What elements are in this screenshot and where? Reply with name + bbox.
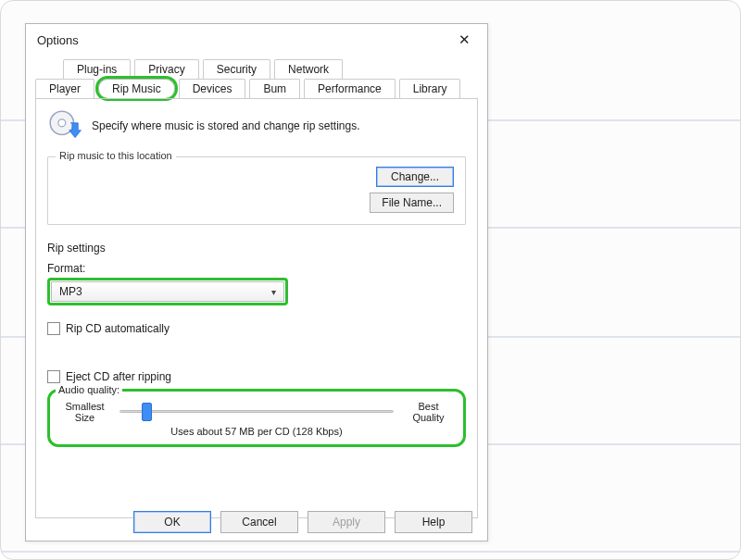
tab-network[interactable]: Network (274, 59, 343, 79)
eject-row: Eject CD after ripping (47, 370, 466, 383)
tabstrip-row1: Plug-ins Privacy Security Network (35, 59, 478, 79)
slider-thumb[interactable] (142, 403, 152, 421)
format-select[interactable]: MP3 ▾ (51, 281, 284, 302)
tab-player[interactable]: Player (35, 79, 94, 98)
rip-settings-section: Rip settings Format: MP3 ▾ Rip CD automa… (47, 242, 466, 447)
tabs-area: Plug-ins Privacy Security Network Player… (26, 56, 487, 98)
page-root: Options ✕ Plug-ins Privacy Security Netw… (0, 0, 741, 560)
close-button[interactable]: ✕ (452, 28, 476, 52)
tab-performance[interactable]: Performance (304, 79, 396, 98)
eject-checkbox[interactable] (47, 370, 60, 383)
format-label: Format: (47, 262, 466, 275)
window-title: Options (37, 33, 79, 47)
titlebar: Options ✕ (26, 24, 487, 56)
slider-track (119, 410, 394, 413)
rip-location-buttons: Change... File Name... (59, 167, 454, 213)
apply-button[interactable]: Apply (308, 511, 385, 533)
rip-settings-legend: Rip settings (47, 242, 106, 255)
rip-location-legend: Rip music to this location (56, 150, 176, 161)
eject-label: Eject CD after ripping (66, 370, 171, 383)
dialog-button-bar: OK Cancel Apply Help (133, 511, 472, 533)
cd-rip-icon (47, 108, 82, 143)
tab-rip-music[interactable]: Rip Music (98, 79, 175, 98)
audio-quality-highlight: Audio quality: SmallestSize BestQuality (47, 389, 466, 447)
help-button[interactable]: Help (395, 511, 472, 533)
rip-auto-checkbox[interactable] (47, 322, 60, 335)
tab-burn[interactable]: Bum (249, 79, 300, 98)
rip-auto-label: Rip CD automatically (66, 322, 170, 335)
ok-button[interactable]: OK (133, 511, 211, 533)
best-quality-label: BestQuality (403, 401, 454, 423)
format-value: MP3 (59, 285, 82, 298)
chevron-down-icon: ▾ (271, 287, 276, 297)
tabstrip-row2: Player Rip Music Devices Bum Performance… (35, 79, 478, 98)
svg-point-1 (58, 119, 66, 127)
tab-privacy[interactable]: Privacy (134, 59, 198, 79)
options-dialog: Options ✕ Plug-ins Privacy Security Netw… (25, 23, 488, 541)
tab-devices[interactable]: Devices (179, 79, 246, 98)
quality-slider[interactable] (119, 401, 394, 423)
slider-caption: Uses about 57 MB per CD (128 Kbps) (59, 426, 454, 437)
cancel-button[interactable]: Cancel (220, 511, 298, 533)
filename-button[interactable]: File Name... (370, 193, 454, 213)
description-row: Specify where music is stored and change… (47, 108, 466, 143)
smallest-size-label: SmallestSize (59, 401, 110, 423)
tab-panel: Specify where music is stored and change… (35, 98, 478, 518)
audio-quality-legend: Audio quality: (56, 384, 122, 395)
rip-location-group: Rip music to this location Change... Fil… (47, 156, 466, 225)
slider-row: SmallestSize BestQuality (59, 401, 454, 423)
change-button[interactable]: Change... (376, 167, 454, 187)
close-icon: ✕ (458, 31, 471, 48)
tab-security[interactable]: Security (203, 59, 270, 79)
description-text: Specify where music is stored and change… (92, 119, 359, 132)
format-highlight: MP3 ▾ (47, 278, 288, 305)
tab-plugins[interactable]: Plug-ins (63, 59, 131, 79)
tab-library[interactable]: Library (399, 79, 461, 98)
rip-auto-row: Rip CD automatically (47, 322, 466, 335)
